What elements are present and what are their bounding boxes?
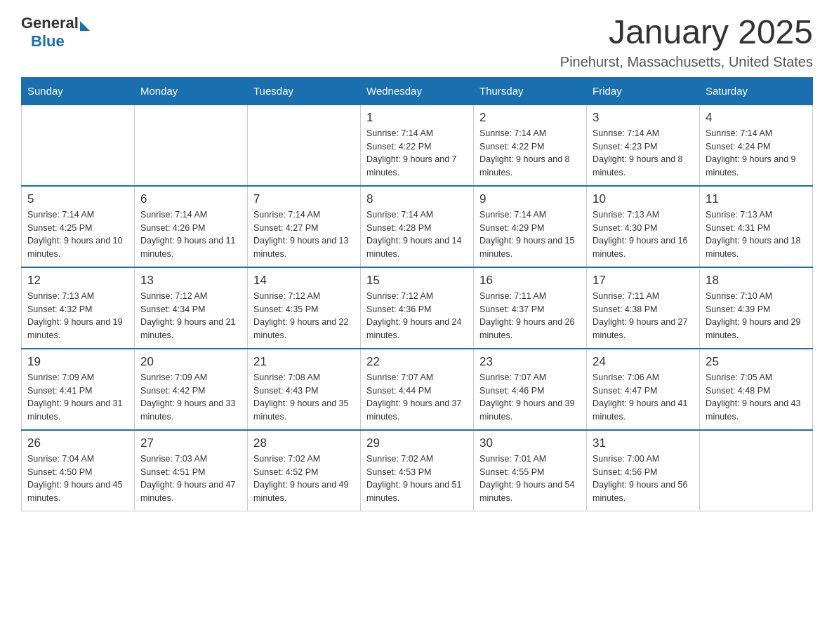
day-number: 21: [253, 355, 355, 369]
day-number: 23: [479, 355, 581, 369]
day-number: 25: [706, 355, 807, 369]
calendar-cell: 30Sunrise: 7:01 AMSunset: 4:55 PMDayligh…: [474, 430, 587, 511]
calendar-cell: 3Sunrise: 7:14 AMSunset: 4:23 PMDaylight…: [587, 105, 700, 186]
day-info: Sunrise: 7:14 AMSunset: 4:23 PMDaylight:…: [593, 128, 683, 177]
day-info: Sunrise: 7:10 AMSunset: 4:39 PMDaylight:…: [706, 291, 801, 340]
logo-triangle-icon: [80, 21, 90, 31]
calendar-header-tuesday: Tuesday: [248, 77, 361, 105]
day-number: 2: [479, 111, 581, 125]
day-number: 14: [253, 274, 355, 288]
day-number: 29: [366, 436, 468, 450]
calendar-cell: 26Sunrise: 7:04 AMSunset: 4:50 PMDayligh…: [22, 430, 135, 511]
day-number: 16: [479, 274, 581, 288]
day-number: 1: [366, 111, 468, 125]
calendar-cell: 14Sunrise: 7:12 AMSunset: 4:35 PMDayligh…: [248, 267, 361, 349]
day-info: Sunrise: 7:05 AMSunset: 4:48 PMDaylight:…: [706, 373, 801, 422]
day-number: 20: [140, 355, 241, 369]
calendar-cell: 7Sunrise: 7:14 AMSunset: 4:27 PMDaylight…: [248, 186, 361, 267]
day-info: Sunrise: 7:14 AMSunset: 4:24 PMDaylight:…: [706, 128, 796, 177]
calendar-cell: 29Sunrise: 7:02 AMSunset: 4:53 PMDayligh…: [361, 430, 474, 511]
calendar-cell: 4Sunrise: 7:14 AMSunset: 4:24 PMDaylight…: [700, 105, 813, 186]
day-info: Sunrise: 7:11 AMSunset: 4:38 PMDaylight:…: [593, 291, 688, 340]
calendar-cell: 19Sunrise: 7:09 AMSunset: 4:41 PMDayligh…: [22, 349, 135, 430]
day-info: Sunrise: 7:12 AMSunset: 4:35 PMDaylight:…: [253, 291, 349, 340]
day-info: Sunrise: 7:06 AMSunset: 4:47 PMDaylight:…: [593, 373, 688, 422]
day-info: Sunrise: 7:03 AMSunset: 4:51 PMDaylight:…: [140, 454, 236, 503]
calendar-header-monday: Monday: [135, 77, 248, 105]
calendar-cell: 25Sunrise: 7:05 AMSunset: 4:48 PMDayligh…: [700, 349, 813, 430]
title-block: January 2025 Pinehurst, Massachusetts, U…: [560, 14, 813, 70]
day-info: Sunrise: 7:14 AMSunset: 4:26 PMDaylight:…: [140, 210, 236, 259]
calendar-cell: 20Sunrise: 7:09 AMSunset: 4:42 PMDayligh…: [135, 349, 248, 430]
calendar-cell: 11Sunrise: 7:13 AMSunset: 4:31 PMDayligh…: [700, 186, 813, 267]
calendar-cell: 15Sunrise: 7:12 AMSunset: 4:36 PMDayligh…: [361, 267, 474, 349]
calendar-cell: 23Sunrise: 7:07 AMSunset: 4:46 PMDayligh…: [474, 349, 587, 430]
calendar-cell: 18Sunrise: 7:10 AMSunset: 4:39 PMDayligh…: [700, 267, 813, 349]
day-number: 18: [706, 274, 807, 288]
calendar-table: SundayMondayTuesdayWednesdayThursdayFrid…: [21, 77, 813, 511]
day-info: Sunrise: 7:04 AMSunset: 4:50 PMDaylight:…: [27, 454, 123, 503]
day-number: 11: [706, 192, 807, 206]
calendar-header-friday: Friday: [587, 77, 700, 105]
calendar-cell: 13Sunrise: 7:12 AMSunset: 4:34 PMDayligh…: [135, 267, 248, 349]
calendar-week-row: 19Sunrise: 7:09 AMSunset: 4:41 PMDayligh…: [22, 349, 813, 430]
day-info: Sunrise: 7:12 AMSunset: 4:36 PMDaylight:…: [366, 291, 462, 340]
month-title: January 2025: [560, 14, 813, 51]
calendar-cell: [135, 105, 248, 186]
calendar-cell: 9Sunrise: 7:14 AMSunset: 4:29 PMDaylight…: [474, 186, 587, 267]
page-header: General Blue January 2025 Pinehurst, Mas…: [21, 14, 813, 70]
day-info: Sunrise: 7:13 AMSunset: 4:31 PMDaylight:…: [706, 210, 801, 259]
day-info: Sunrise: 7:02 AMSunset: 4:52 PMDaylight:…: [253, 454, 349, 503]
calendar-cell: 27Sunrise: 7:03 AMSunset: 4:51 PMDayligh…: [135, 430, 248, 511]
day-info: Sunrise: 7:09 AMSunset: 4:42 PMDaylight:…: [140, 373, 236, 422]
day-number: 17: [593, 274, 694, 288]
calendar-cell: 2Sunrise: 7:14 AMSunset: 4:22 PMDaylight…: [474, 105, 587, 186]
day-number: 3: [593, 111, 694, 125]
day-number: 7: [253, 192, 355, 206]
day-number: 5: [27, 192, 128, 206]
day-info: Sunrise: 7:00 AMSunset: 4:56 PMDaylight:…: [593, 454, 688, 503]
day-number: 24: [593, 355, 694, 369]
calendar-week-row: 26Sunrise: 7:04 AMSunset: 4:50 PMDayligh…: [22, 430, 813, 511]
calendar-cell: 21Sunrise: 7:08 AMSunset: 4:43 PMDayligh…: [248, 349, 361, 430]
logo: General Blue: [21, 14, 90, 51]
calendar-header-wednesday: Wednesday: [361, 77, 474, 105]
day-number: 4: [706, 111, 807, 125]
day-info: Sunrise: 7:14 AMSunset: 4:29 PMDaylight:…: [479, 210, 575, 259]
day-number: 15: [366, 274, 468, 288]
calendar-header-row: SundayMondayTuesdayWednesdayThursdayFrid…: [22, 77, 813, 105]
day-info: Sunrise: 7:11 AMSunset: 4:37 PMDaylight:…: [479, 291, 575, 340]
day-info: Sunrise: 7:12 AMSunset: 4:34 PMDaylight:…: [140, 291, 236, 340]
day-info: Sunrise: 7:07 AMSunset: 4:44 PMDaylight:…: [366, 373, 462, 422]
day-number: 8: [366, 192, 468, 206]
day-info: Sunrise: 7:13 AMSunset: 4:30 PMDaylight:…: [593, 210, 688, 259]
calendar-cell: [248, 105, 361, 186]
day-info: Sunrise: 7:01 AMSunset: 4:55 PMDaylight:…: [479, 454, 575, 503]
day-info: Sunrise: 7:14 AMSunset: 4:22 PMDaylight:…: [479, 128, 570, 177]
logo-blue-text: Blue: [31, 32, 65, 51]
day-number: 28: [253, 436, 355, 450]
day-number: 19: [27, 355, 128, 369]
day-info: Sunrise: 7:13 AMSunset: 4:32 PMDaylight:…: [27, 291, 123, 340]
calendar-cell: [22, 105, 135, 186]
calendar-cell: 28Sunrise: 7:02 AMSunset: 4:52 PMDayligh…: [248, 430, 361, 511]
calendar-cell: 8Sunrise: 7:14 AMSunset: 4:28 PMDaylight…: [361, 186, 474, 267]
day-number: 10: [593, 192, 694, 206]
calendar-cell: 1Sunrise: 7:14 AMSunset: 4:22 PMDaylight…: [361, 105, 474, 186]
day-number: 12: [27, 274, 128, 288]
day-info: Sunrise: 7:14 AMSunset: 4:27 PMDaylight:…: [253, 210, 349, 259]
calendar-cell: 5Sunrise: 7:14 AMSunset: 4:25 PMDaylight…: [22, 186, 135, 267]
calendar-header-thursday: Thursday: [474, 77, 587, 105]
calendar-header-sunday: Sunday: [22, 77, 135, 105]
calendar-cell: 22Sunrise: 7:07 AMSunset: 4:44 PMDayligh…: [361, 349, 474, 430]
calendar-week-row: 1Sunrise: 7:14 AMSunset: 4:22 PMDaylight…: [22, 105, 813, 186]
calendar-cell: 10Sunrise: 7:13 AMSunset: 4:30 PMDayligh…: [587, 186, 700, 267]
day-info: Sunrise: 7:08 AMSunset: 4:43 PMDaylight:…: [253, 373, 349, 422]
day-info: Sunrise: 7:02 AMSunset: 4:53 PMDaylight:…: [366, 454, 462, 503]
day-number: 13: [140, 274, 241, 288]
calendar-cell: 17Sunrise: 7:11 AMSunset: 4:38 PMDayligh…: [587, 267, 700, 349]
day-info: Sunrise: 7:09 AMSunset: 4:41 PMDaylight:…: [27, 373, 123, 422]
calendar-cell: 12Sunrise: 7:13 AMSunset: 4:32 PMDayligh…: [22, 267, 135, 349]
day-info: Sunrise: 7:14 AMSunset: 4:22 PMDaylight:…: [366, 128, 457, 177]
calendar-cell: 24Sunrise: 7:06 AMSunset: 4:47 PMDayligh…: [587, 349, 700, 430]
